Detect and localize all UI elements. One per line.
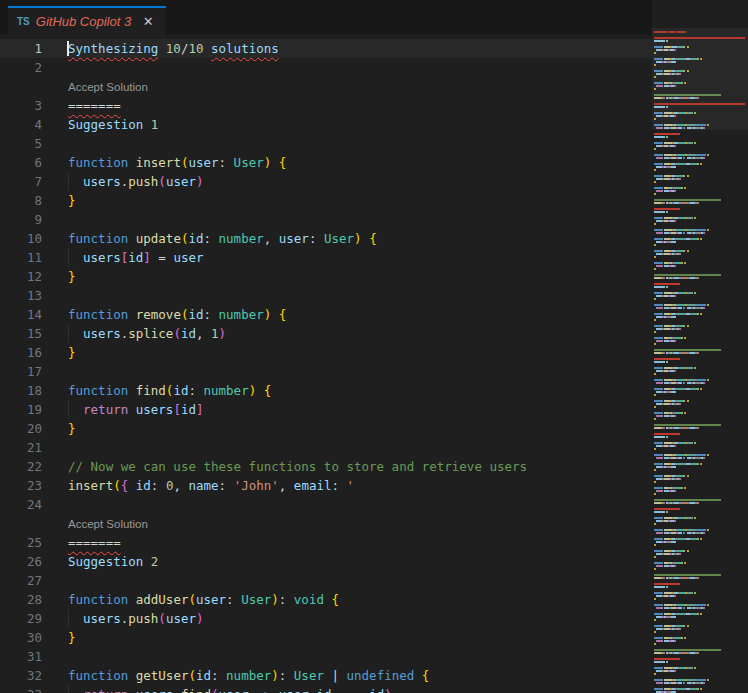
- minimap-line: [654, 565, 745, 567]
- minimap-line: [654, 235, 745, 237]
- code-line[interactable]: 8}: [0, 191, 652, 210]
- code-line[interactable]: 2: [0, 58, 652, 77]
- tab-github-copilot[interactable]: TS GitHub Copilot 3 ✕: [8, 6, 166, 35]
- line-number: 15: [0, 324, 42, 343]
- code-line[interactable]: 29 users.push(user): [0, 609, 652, 628]
- code-line[interactable]: 13: [0, 286, 652, 305]
- code-text: function find(id: number) {: [42, 381, 271, 400]
- code-line[interactable]: 33 return users.find(user => user.id ===…: [0, 685, 652, 693]
- text-cursor: [67, 41, 69, 56]
- code-line[interactable]: 16}: [0, 343, 652, 362]
- minimap-line: [654, 238, 745, 240]
- code-line[interactable]: 32function getUser(id: number): User | u…: [0, 666, 652, 685]
- minimap-line: [654, 154, 745, 156]
- minimap-line: [654, 262, 745, 264]
- line-number: 30: [0, 628, 42, 647]
- code-line[interactable]: 25=======: [0, 533, 652, 552]
- code-line[interactable]: 26Suggestion 2: [0, 552, 652, 571]
- code-line[interactable]: 30}: [0, 628, 652, 647]
- minimap-line: [654, 181, 745, 183]
- minimap-line: [654, 271, 745, 273]
- line-number: 16: [0, 343, 42, 362]
- minimap-line: [654, 517, 745, 519]
- minimap-line: [654, 319, 745, 321]
- code-line[interactable]: 22// Now we can use these functions to s…: [0, 457, 652, 476]
- code-line[interactable]: 18function find(id: number) {: [0, 381, 652, 400]
- code-line[interactable]: 21: [0, 438, 652, 457]
- code-line[interactable]: 5: [0, 134, 652, 153]
- code-line[interactable]: 12}: [0, 267, 652, 286]
- code-line[interactable]: 23insert({ id: 0, name: 'John', email: ': [0, 476, 652, 495]
- minimap-line: [654, 187, 745, 189]
- minimap-line: [654, 637, 745, 639]
- accept-solution-link[interactable]: Accept Solution: [68, 518, 148, 530]
- minimap-line: [654, 481, 745, 483]
- line-number: 11: [0, 248, 42, 267]
- minimap-line: [654, 349, 745, 351]
- minimap-line: [654, 634, 745, 636]
- code-text: [42, 286, 68, 305]
- minimap-line: [654, 403, 745, 405]
- code-line[interactable]: 20}: [0, 419, 652, 438]
- code-text: [42, 495, 68, 514]
- code-text: [42, 362, 68, 381]
- minimap-line: [654, 247, 745, 249]
- minimap-line: [654, 541, 745, 543]
- minimap-line: [654, 670, 745, 672]
- minimap-line: [654, 568, 745, 570]
- minimap-line: [654, 436, 745, 438]
- minimap-line: [654, 544, 745, 546]
- minimap-line: [654, 151, 745, 153]
- line-number: 19: [0, 400, 42, 419]
- code-line[interactable]: 17: [0, 362, 652, 381]
- code-line[interactable]: 10function update(id: number, user: User…: [0, 229, 652, 248]
- minimap-line: [654, 358, 745, 360]
- minimap-line: [654, 193, 745, 195]
- minimap-line: [654, 652, 745, 654]
- code-line[interactable]: 27: [0, 571, 652, 590]
- code-line[interactable]: 15 users.splice(id, 1): [0, 324, 652, 343]
- code-line[interactable]: 19 return users[id]: [0, 400, 652, 419]
- minimap[interactable]: [652, 0, 748, 693]
- line-number: 22: [0, 457, 42, 476]
- minimap-line: [654, 289, 745, 291]
- minimap-line: [654, 583, 745, 585]
- minimap-line: [654, 316, 745, 318]
- vscode-window: TS GitHub Copilot 3 ✕ ··· 1Synthesizing …: [0, 0, 748, 693]
- code-line[interactable]: 6function insert(user: User) {: [0, 153, 652, 172]
- code-line[interactable]: 7 users.push(user): [0, 172, 652, 191]
- minimap-line: [654, 307, 745, 309]
- minimap-line: [654, 133, 745, 135]
- minimap-slider[interactable]: [652, 28, 748, 130]
- code-line[interactable]: 14function remove(id: number) {: [0, 305, 652, 324]
- minimap-line: [654, 337, 745, 339]
- code-line[interactable]: 1Synthesizing 10/10 solutions: [0, 39, 652, 58]
- line-number: 13: [0, 286, 42, 305]
- minimap-line: [654, 220, 745, 222]
- minimap-line: [654, 415, 745, 417]
- editor-group: 1Synthesizing 10/10 solutions2Accept Sol…: [0, 35, 748, 693]
- minimap-line: [654, 661, 745, 663]
- minimap-line: [654, 646, 745, 648]
- code-line[interactable]: 9: [0, 210, 652, 229]
- code-line[interactable]: 31: [0, 647, 652, 666]
- minimap-line: [654, 250, 745, 252]
- minimap-line: [654, 580, 745, 582]
- code-text: }: [42, 419, 76, 438]
- minimap-line: [654, 553, 745, 555]
- minimap-line: [654, 475, 745, 477]
- code-text: function remove(id: number) {: [42, 305, 286, 324]
- code-line[interactable]: 3=======: [0, 96, 652, 115]
- accept-solution-link[interactable]: Accept Solution: [68, 81, 148, 93]
- minimap-line: [654, 640, 745, 642]
- code-line[interactable]: 4Suggestion 1: [0, 115, 652, 134]
- code-text: }: [42, 628, 76, 647]
- code-line[interactable]: 11 users[id] = user: [0, 248, 652, 267]
- code-line[interactable]: 24: [0, 495, 652, 514]
- code-text: function insert(user: User) {: [42, 153, 286, 172]
- code-line[interactable]: 28function addUser(user: User): void {: [0, 590, 652, 609]
- close-icon[interactable]: ✕: [140, 14, 156, 30]
- minimap-line: [654, 379, 745, 381]
- code-area[interactable]: 1Synthesizing 10/10 solutions2Accept Sol…: [0, 35, 652, 693]
- typescript-file-icon: TS: [17, 16, 30, 27]
